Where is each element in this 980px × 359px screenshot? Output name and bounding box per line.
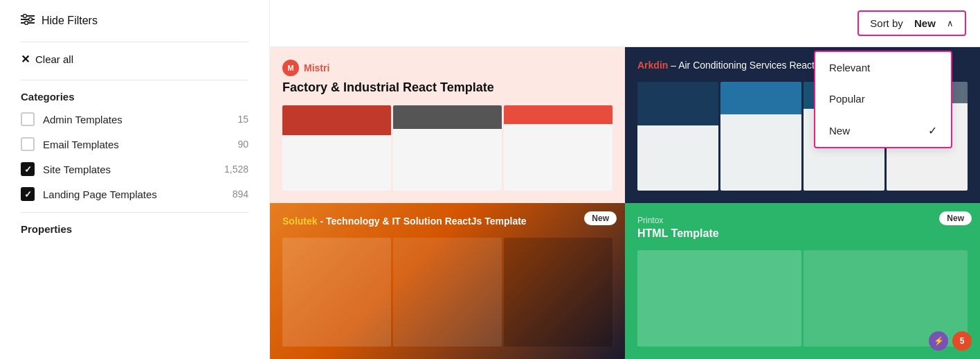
chevron-up-icon: ∧ — [947, 18, 954, 28]
checkbox-landing[interactable] — [21, 187, 35, 201]
top-bar: Sort by New ∧ Relevant Popular New ✓ — [270, 0, 980, 47]
html-icon: 5 — [952, 331, 972, 351]
category-name-admin: Admin Templates — [43, 114, 122, 125]
sort-option-new-label: New — [829, 125, 850, 137]
printox-subtitle: Printox — [637, 216, 968, 225]
arkdin-brand-inline: Arkdin — [637, 60, 668, 71]
divider-2 — [21, 80, 248, 80]
template-card-solutek[interactable]: New Solutek - Technology & IT Solution R… — [270, 203, 625, 359]
category-left-site: Site Templates — [21, 162, 111, 176]
sort-option-popular-label: Popular — [829, 93, 865, 105]
solutek-preview-page-3 — [504, 238, 612, 347]
solutek-title-text: - Technology & IT Solution ReactJs Templ… — [320, 216, 526, 227]
category-item-site[interactable]: Site Templates 1,528 — [21, 162, 248, 176]
checkbox-site[interactable] — [21, 162, 35, 176]
svg-point-5 — [25, 21, 28, 25]
solutek-preview-page-2 — [393, 238, 502, 347]
sort-dropdown: Relevant Popular New ✓ — [814, 51, 952, 148]
checkbox-email[interactable] — [21, 137, 35, 151]
checkbox-admin[interactable] — [21, 112, 35, 126]
printox-preview-page-1 — [637, 250, 801, 347]
mistri-title: Factory & Industrial React Template — [282, 80, 612, 96]
solutek-preview — [282, 238, 612, 347]
main-content: Sort by New ∧ Relevant Popular New ✓ — [270, 0, 980, 359]
clear-all-label: Clear all — [35, 53, 73, 65]
printox-tech-icons: ⚡ 5 — [929, 331, 972, 351]
mistri-preview-page-1 — [282, 105, 391, 191]
sort-selected-checkmark: ✓ — [928, 124, 937, 137]
category-name-site: Site Templates — [43, 164, 111, 175]
sort-button[interactable]: Sort by New ∧ — [858, 10, 966, 36]
mistri-preview — [282, 105, 612, 191]
category-left-admin: Admin Templates — [21, 112, 122, 126]
category-left-email: Email Templates — [21, 137, 119, 151]
close-icon: ✕ — [21, 53, 30, 66]
arkdin-preview-page-1 — [637, 82, 718, 191]
sort-option-relevant[interactable]: Relevant — [815, 52, 951, 83]
svg-point-3 — [24, 15, 27, 18]
category-item-email[interactable]: Email Templates 90 — [21, 137, 248, 151]
printox-badge: New — [939, 211, 972, 225]
divider-3 — [21, 212, 248, 213]
template-card-printox[interactable]: New Printox HTML Template ⚡ 5 — [625, 203, 980, 359]
category-name-landing: Landing Page Templates — [43, 189, 157, 200]
category-count-email: 90 — [237, 139, 248, 150]
sort-option-popular[interactable]: Popular — [815, 83, 951, 114]
printox-title: HTML Template — [637, 227, 968, 240]
mistri-logo: M Mistri — [282, 60, 612, 76]
filter-icon — [21, 14, 35, 28]
solutek-badge: New — [584, 211, 617, 225]
template-card-mistri[interactable]: M Mistri Factory & Industrial React Temp… — [270, 47, 625, 203]
solutek-preview-page-1 — [282, 238, 391, 347]
hide-filters-button[interactable]: Hide Filters — [21, 14, 248, 28]
mistri-preview-page-2 — [393, 105, 502, 191]
solutek-title: Solutek - Technology & IT Solution React… — [282, 216, 612, 228]
clear-all-button[interactable]: ✕ Clear all — [21, 53, 248, 66]
category-name-email: Email Templates — [43, 139, 119, 150]
svg-point-4 — [29, 18, 33, 21]
mistri-preview-page-3 — [504, 105, 612, 191]
printox-preview — [637, 250, 968, 347]
sort-value: New — [914, 17, 936, 29]
category-item-admin[interactable]: Admin Templates 15 — [21, 112, 248, 126]
mistri-brand: Mistri — [304, 62, 329, 73]
categories-label: Categories — [21, 91, 248, 103]
category-count-admin: 15 — [237, 114, 248, 125]
hide-filters-label: Hide Filters — [42, 15, 98, 27]
sort-option-relevant-label: Relevant — [829, 62, 870, 73]
sort-wrapper: Sort by New ∧ Relevant Popular New ✓ — [858, 10, 966, 36]
category-item-landing[interactable]: Landing Page Templates 894 — [21, 187, 248, 201]
category-count-landing: 894 — [233, 189, 248, 200]
solutek-brand-inline: Solutek — [282, 216, 318, 227]
sort-label: Sort by — [870, 17, 903, 29]
category-left-landing: Landing Page Templates — [21, 187, 157, 201]
arkdin-preview-page-2 — [720, 82, 801, 191]
category-count-site: 1,528 — [224, 164, 248, 175]
properties-label: Properties — [21, 223, 248, 235]
wordpress-icon: ⚡ — [929, 331, 948, 351]
divider-1 — [21, 42, 248, 42]
mistri-logo-icon: M — [282, 60, 299, 76]
sidebar: Hide Filters ✕ Clear all Categories Admi… — [0, 0, 270, 359]
sort-option-new[interactable]: New ✓ — [815, 114, 951, 147]
